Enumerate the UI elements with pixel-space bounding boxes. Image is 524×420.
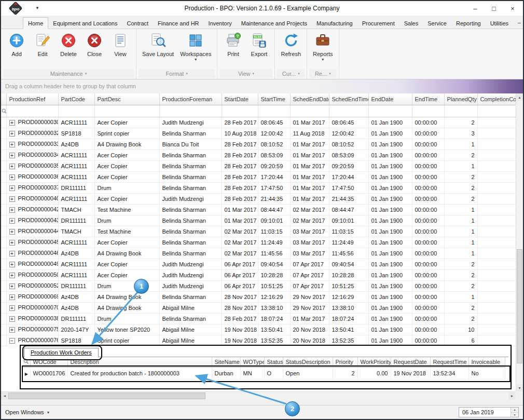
collapse-row-icon[interactable]: − xyxy=(9,338,15,344)
table-row[interactable]: +PROD00000043DR111111DrumBelinda Sharman… xyxy=(1,215,516,226)
expand-row-icon[interactable]: + xyxy=(9,185,15,191)
workspaces-button[interactable]: Workspaces ▼ xyxy=(177,31,214,62)
filter-cell-enddate[interactable] xyxy=(368,105,412,117)
expand-row-icon[interactable]: + xyxy=(9,251,15,256)
minimize-button[interactable]: – xyxy=(466,1,485,16)
edit-button[interactable]: Edit xyxy=(30,31,56,58)
expand-row-icon[interactable]: + xyxy=(9,164,15,169)
column-header-partdesc[interactable]: PartDesc xyxy=(94,93,159,105)
tab-equipment-and-locations[interactable]: Equipment and Locations xyxy=(48,18,122,29)
table-row[interactable]: +PROD00000037DR111111DrumBelinda Sharman… xyxy=(1,182,516,193)
column-header-productionforeman[interactable]: ProductionForeman xyxy=(159,93,222,105)
expand-row-icon[interactable]: + xyxy=(9,240,15,246)
close-button-ribbon[interactable]: Close xyxy=(81,31,107,58)
print-button[interactable]: ? Print xyxy=(220,31,246,58)
table-row[interactable]: +PROD00000052DR111111DrumJudith Mudzengi… xyxy=(1,280,516,291)
ribbon-group-caption[interactable]: Maintenance▾ xyxy=(3,69,134,78)
table-row[interactable]: ▶WO0001706Created for production batch -… xyxy=(23,367,505,379)
column-header-description[interactable]: Description xyxy=(67,357,212,367)
tab-procurement[interactable]: Procurement xyxy=(357,18,399,29)
column-header-enddate[interactable]: EndDate xyxy=(368,93,412,105)
column-header-plannedqty[interactable]: PlannedQty xyxy=(444,93,477,105)
table-row[interactable]: +PROD00000046Az4DBA4 Drawing BookBelinda… xyxy=(1,248,516,259)
column-header-sitename[interactable]: SiteName xyxy=(212,357,240,367)
scroll-down-icon[interactable]: ▼ xyxy=(516,384,523,391)
filter-cell-productionforeman[interactable] xyxy=(159,105,222,117)
filter-cell-schedenddate[interactable] xyxy=(290,105,329,117)
delete-button[interactable]: Delete xyxy=(56,31,81,58)
ribbon-group-caption[interactable]: Cur...▾ xyxy=(277,69,305,78)
table-row[interactable]: +PROD00000045ACR11111Acer CopierBelinda … xyxy=(1,237,516,248)
table-row[interactable]: +PROD00000038DR111111DrumBelinda Sharman… xyxy=(1,313,516,324)
tab-sales[interactable]: Sales xyxy=(399,18,423,29)
tab-reporting[interactable]: Reporting xyxy=(451,18,486,29)
table-row[interactable]: +PROD00000069Az4DBA4 Drawing BookBelinda… xyxy=(1,291,516,302)
tab-service[interactable]: Service xyxy=(423,18,451,29)
column-header-productionref[interactable]: ProductionRef xyxy=(6,93,58,105)
table-row[interactable]: −PROD00000076SP1818Sprint copierAbigail … xyxy=(1,335,516,346)
expand-row-icon[interactable]: + xyxy=(9,273,15,278)
group-by-panel[interactable]: Drag a column header here to group by th… xyxy=(1,79,523,93)
vertical-scrollbar[interactable]: ▲ ▼ xyxy=(516,93,523,391)
add-button[interactable]: Add xyxy=(4,31,30,58)
table-row[interactable]: +PROD00000030ACR11111Acer CopierJudith M… xyxy=(1,117,516,128)
column-header-priority[interactable]: Priority xyxy=(333,357,357,367)
column-header-endtime[interactable]: EndTime xyxy=(412,93,444,105)
filter-cell-completioncomm[interactable] xyxy=(477,105,516,117)
spinner-up-icon[interactable]: ▲ xyxy=(511,408,518,413)
horizontal-scrollbar[interactable]: ◄ ► xyxy=(1,391,516,400)
maximize-button[interactable]: □ xyxy=(485,1,503,16)
column-header-requesttime[interactable]: RequestTime xyxy=(430,357,468,367)
table-row[interactable]: +PROD00000049ACR11111Acer CopierJudith M… xyxy=(1,259,516,269)
column-header-starttime[interactable]: StartTime xyxy=(258,93,290,105)
expand-row-icon[interactable]: + xyxy=(9,305,15,311)
save-layout-button[interactable]: Save Layout xyxy=(139,31,177,58)
expand-row-icon[interactable]: + xyxy=(9,316,15,322)
refresh-button[interactable]: Refresh xyxy=(278,31,304,58)
filter-cell-productionref[interactable] xyxy=(6,105,58,117)
expand-row-icon[interactable]: + xyxy=(9,283,15,289)
open-windows-button[interactable]: Open Windows ▼ xyxy=(1,409,50,415)
column-header-partcode[interactable]: PartCode xyxy=(58,93,94,105)
tab-manufacturing[interactable]: Manufacturing xyxy=(312,18,357,29)
column-header-startdate[interactable]: StartDate xyxy=(222,93,258,105)
table-row[interactable]: +PROD00000034ACR11111Acer CopierBelinda … xyxy=(1,150,516,160)
expand-row-icon[interactable]: + xyxy=(9,229,15,235)
column-header-invoiceable[interactable]: Invoiceable xyxy=(468,357,505,367)
table-row[interactable]: +PROD000000752020-147YYellow toner SP202… xyxy=(1,324,516,335)
table-row[interactable]: +PROD00000044TMACHTest MachineBelinda Sh… xyxy=(1,226,516,237)
tab-utilities[interactable]: Utilities xyxy=(486,18,513,29)
table-row[interactable]: +PROD00000035ACR11111Acer CopierBelinda … xyxy=(1,160,516,171)
tab-inventory[interactable]: Inventory xyxy=(204,18,237,29)
mdi-minimize-button[interactable]: – xyxy=(513,19,524,25)
ribbon-group-caption[interactable]: Format▾ xyxy=(139,69,215,78)
scroll-left-icon[interactable]: ◄ xyxy=(1,392,8,400)
tab-contract[interactable]: Contract xyxy=(122,18,154,29)
filter-cell-startdate[interactable] xyxy=(222,105,258,117)
filter-cell-partcode[interactable] xyxy=(58,105,94,117)
filter-cell-plannedqty[interactable] xyxy=(444,105,477,117)
export-button[interactable]: XLSX Export xyxy=(246,31,272,58)
column-header-wocode[interactable]: WOCode xyxy=(30,357,67,367)
column-header-workpriority[interactable]: WorkPriority xyxy=(357,357,391,367)
column-header-wotype[interactable]: WOType xyxy=(240,357,264,367)
scroll-right-icon[interactable]: ► xyxy=(508,392,516,400)
table-row[interactable]: +PROD00000050ACR11111Acer CopierJudith M… xyxy=(1,269,516,280)
vertical-scroll-thumb[interactable] xyxy=(517,249,522,363)
expand-row-icon[interactable]: + xyxy=(9,218,15,224)
filter-cell-starttime[interactable] xyxy=(258,105,290,117)
expand-row-icon[interactable]: + xyxy=(9,131,15,137)
table-row[interactable]: +PROD00000042TMACHTest MachineBelinda Sh… xyxy=(1,204,516,215)
table-row[interactable]: +PROD00000036ACR11111Acer CopierBelinda … xyxy=(1,171,516,182)
tab-finance-and-hr[interactable]: Finance and HR xyxy=(153,18,204,29)
column-header-requestdate[interactable]: RequestDate xyxy=(391,357,430,367)
tab-home[interactable]: Home xyxy=(23,17,48,29)
expand-row-icon[interactable]: + xyxy=(9,294,15,300)
date-spinner[interactable]: ▲▼ xyxy=(511,408,518,417)
date-field[interactable]: 06 Jan 2019 ▲▼ xyxy=(459,407,519,417)
column-header-schedenddate[interactable]: SchedEndDate xyxy=(290,93,329,105)
close-button[interactable]: × xyxy=(503,1,522,16)
table-row[interactable]: +PROD00000070Az4DBA4 Drawing BookAbigail… xyxy=(1,302,516,313)
expand-row-icon[interactable]: + xyxy=(9,207,15,213)
filter-cell-schedendtime[interactable] xyxy=(329,105,368,117)
